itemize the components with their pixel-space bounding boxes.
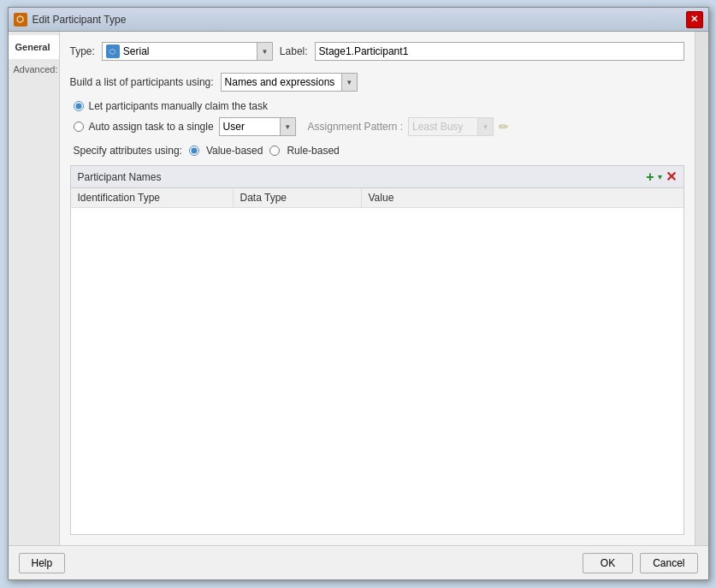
- type-dropdown-inner: ⬡ Serial: [103, 45, 257, 58]
- col-header-data-type: Data Type: [234, 188, 362, 207]
- build-list-row: Build a list of participants using: Name…: [70, 73, 684, 92]
- participant-panel: Participant Names + ▾ ✕ Identification T…: [70, 165, 684, 535]
- sidebar-item-general[interactable]: General: [9, 35, 59, 59]
- radio-row-2: Auto assign task to a single User ▼ Assi…: [74, 117, 684, 136]
- window-body: General Advanced: Type: ⬡ Serial ▼ Label…: [9, 32, 708, 545]
- radio-rule-based[interactable]: [269, 146, 280, 156]
- add-participant-button[interactable]: +: [646, 169, 654, 185]
- table-body: [71, 208, 683, 534]
- edit-participant-dialog: ⬡ Edit Participant Type ✕ General Advanc…: [8, 7, 709, 580]
- col-header-value: Value: [362, 188, 683, 207]
- col-header-id-type: Identification Type: [71, 188, 234, 207]
- main-content: Type: ⬡ Serial ▼ Label: Build a list of …: [60, 32, 695, 545]
- type-label: Type:: [70, 45, 95, 57]
- type-label-row: Type: ⬡ Serial ▼ Label:: [70, 42, 684, 61]
- type-dropdown-icon: ⬡: [106, 45, 120, 58]
- assignment-dropdown: Least Busy ▼: [408, 117, 494, 136]
- table-header: Identification Type Data Type Value: [71, 188, 683, 208]
- label-input[interactable]: [315, 42, 684, 61]
- type-dropdown-value: Serial: [123, 45, 150, 57]
- user-dropdown-value: User: [220, 121, 280, 133]
- sidebar-item-advanced[interactable]: Advanced:: [9, 59, 59, 80]
- user-dropdown[interactable]: User ▼: [219, 117, 296, 136]
- specify-row: Specify attributes using: Value-based Ru…: [74, 145, 684, 157]
- names-expressions-value: Names and expressions: [222, 76, 341, 88]
- value-based-label: Value-based: [206, 145, 263, 157]
- radio-auto-label: Auto assign task to a single: [89, 121, 214, 133]
- user-dropdown-arrow: ▼: [280, 118, 295, 135]
- type-dropdown[interactable]: ⬡ Serial ▼: [102, 42, 273, 61]
- cancel-button[interactable]: Cancel: [640, 553, 697, 573]
- assignment-label: Assignment Pattern :: [308, 121, 403, 133]
- label-field-label: Label:: [280, 45, 308, 57]
- footer-right: OK Cancel: [583, 553, 698, 573]
- participant-header-actions: + ▾ ✕: [646, 169, 676, 185]
- rule-based-label: Rule-based: [287, 145, 339, 157]
- participant-panel-header: Participant Names + ▾ ✕: [71, 166, 683, 188]
- radio-row-1: Let participants manually claim the task: [74, 100, 684, 112]
- assignment-dropdown-arrow: ▼: [477, 118, 493, 135]
- scrollbar[interactable]: [695, 32, 708, 545]
- help-button[interactable]: Help: [19, 553, 66, 573]
- title-bar: ⬡ Edit Participant Type ✕: [9, 8, 708, 32]
- radio-auto[interactable]: [74, 122, 84, 132]
- ok-button[interactable]: OK: [583, 553, 633, 573]
- footer: Help OK Cancel: [9, 545, 708, 579]
- radio-group: Let participants manually claim the task…: [74, 100, 684, 136]
- title-bar-left: ⬡ Edit Participant Type: [14, 13, 127, 27]
- window-icon: ⬡: [14, 13, 27, 27]
- names-dropdown-arrow: ▼: [341, 74, 357, 91]
- assignment-group: Assignment Pattern : Least Busy ▼ ✏: [308, 117, 509, 136]
- build-list-label: Build a list of participants using:: [70, 76, 214, 88]
- radio-manual-label: Let participants manually claim the task: [89, 100, 268, 112]
- radio-value-based[interactable]: [189, 146, 199, 156]
- window-title: Edit Participant Type: [33, 14, 127, 26]
- specify-label: Specify attributes using:: [74, 145, 182, 157]
- radio-manual[interactable]: [74, 101, 84, 111]
- assignment-dropdown-value: Least Busy: [409, 121, 477, 133]
- close-button[interactable]: ✕: [686, 11, 703, 28]
- sidebar: General Advanced:: [9, 32, 60, 545]
- names-expressions-dropdown[interactable]: Names and expressions ▼: [221, 73, 358, 92]
- participant-names-title: Participant Names: [78, 171, 162, 183]
- type-dropdown-arrow: ▼: [257, 43, 272, 60]
- edit-assignment-icon[interactable]: ✏: [499, 120, 509, 134]
- add-dropdown-arrow[interactable]: ▾: [658, 172, 662, 181]
- remove-participant-button[interactable]: ✕: [666, 169, 677, 185]
